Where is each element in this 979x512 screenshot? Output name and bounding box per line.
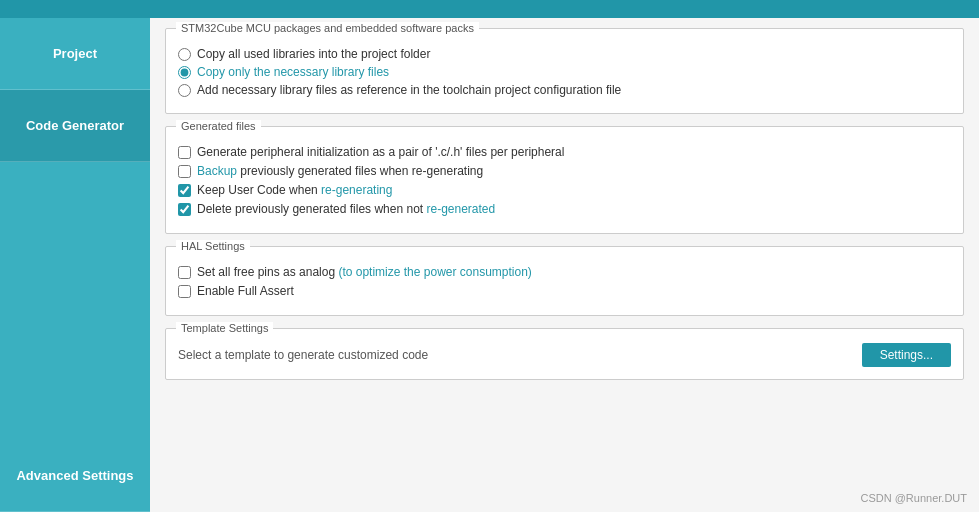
checkbox-free-pins-label: Set all free pins as analog (to optimize… — [197, 265, 532, 279]
checkbox-keep-user-code[interactable]: Keep User Code when re-generating — [178, 183, 951, 197]
checkbox-full-assert-input[interactable] — [178, 285, 191, 298]
section-generated-legend: Generated files — [176, 120, 261, 132]
checkbox-peripheral-init-label: Generate peripheral initialization as a … — [197, 145, 564, 159]
radio-add-reference[interactable]: Add necessary library files as reference… — [178, 83, 951, 97]
radio-copy-all[interactable]: Copy all used libraries into the project… — [178, 47, 951, 61]
checkbox-keep-user-code-label: Keep User Code when re-generating — [197, 183, 392, 197]
regenerated-highlight: re-generated — [426, 202, 495, 216]
template-row: Select a template to generate customized… — [178, 343, 951, 367]
radio-add-reference-input[interactable] — [178, 84, 191, 97]
checkbox-peripheral-init[interactable]: Generate peripheral initialization as a … — [178, 145, 951, 159]
radio-copy-all-label: Copy all used libraries into the project… — [197, 47, 430, 61]
sidebar-item-label: Advanced Settings — [16, 468, 133, 483]
checkbox-delete-prev-input[interactable] — [178, 203, 191, 216]
sidebar-item-code-generator[interactable]: Code Generator — [0, 90, 150, 162]
checkbox-full-assert[interactable]: Enable Full Assert — [178, 284, 951, 298]
radio-copy-necessary[interactable]: Copy only the necessary library files — [178, 65, 951, 79]
checkbox-backup-input[interactable] — [178, 165, 191, 178]
checkbox-free-pins[interactable]: Set all free pins as analog (to optimize… — [178, 265, 951, 279]
checkbox-full-assert-label: Enable Full Assert — [197, 284, 294, 298]
checkbox-peripheral-init-input[interactable] — [178, 146, 191, 159]
section-hal-settings: HAL Settings Set all free pins as analog… — [165, 246, 964, 316]
checkbox-delete-prev[interactable]: Delete previously generated files when n… — [178, 202, 951, 216]
watermark: CSDN @Runner.DUT — [860, 492, 967, 504]
radio-add-reference-label: Add necessary library files as reference… — [197, 83, 621, 97]
template-description: Select a template to generate customized… — [178, 348, 428, 362]
power-consumption-highlight: (to optimize the power consumption) — [338, 265, 531, 279]
section-mcu-packages: STM32Cube MCU packages and embedded soft… — [165, 28, 964, 114]
checkbox-delete-prev-label: Delete previously generated files when n… — [197, 202, 495, 216]
main-layout: Project Code Generator Advanced Settings… — [0, 18, 979, 512]
section-mcu-legend: STM32Cube MCU packages and embedded soft… — [176, 22, 479, 34]
radio-copy-necessary-input[interactable] — [178, 66, 191, 79]
checkbox-free-pins-input[interactable] — [178, 266, 191, 279]
settings-button[interactable]: Settings... — [862, 343, 951, 367]
sidebar-item-advanced-settings[interactable]: Advanced Settings — [0, 440, 150, 512]
checkbox-backup-label: Backup previously generated files when r… — [197, 164, 483, 178]
section-hal-legend: HAL Settings — [176, 240, 250, 252]
checkbox-backup[interactable]: Backup previously generated files when r… — [178, 164, 951, 178]
radio-copy-necessary-label: Copy only the necessary library files — [197, 65, 389, 79]
section-generated-files: Generated files Generate peripheral init… — [165, 126, 964, 234]
top-bar — [0, 0, 979, 18]
backup-highlight: Backup — [197, 164, 237, 178]
sidebar-item-label: Code Generator — [26, 118, 124, 133]
main-content: STM32Cube MCU packages and embedded soft… — [150, 18, 979, 512]
section-hal-options: Set all free pins as analog (to optimize… — [178, 265, 951, 298]
sidebar-item-label: Project — [53, 46, 97, 61]
regenerating-highlight: re-generating — [321, 183, 392, 197]
radio-copy-all-input[interactable] — [178, 48, 191, 61]
section-template-settings: Template Settings Select a template to g… — [165, 328, 964, 380]
section-mcu-options: Copy all used libraries into the project… — [178, 47, 951, 97]
sidebar: Project Code Generator Advanced Settings — [0, 18, 150, 512]
checkbox-keep-user-code-input[interactable] — [178, 184, 191, 197]
sidebar-item-project[interactable]: Project — [0, 18, 150, 90]
section-generated-options: Generate peripheral initialization as a … — [178, 145, 951, 216]
section-template-legend: Template Settings — [176, 322, 273, 334]
